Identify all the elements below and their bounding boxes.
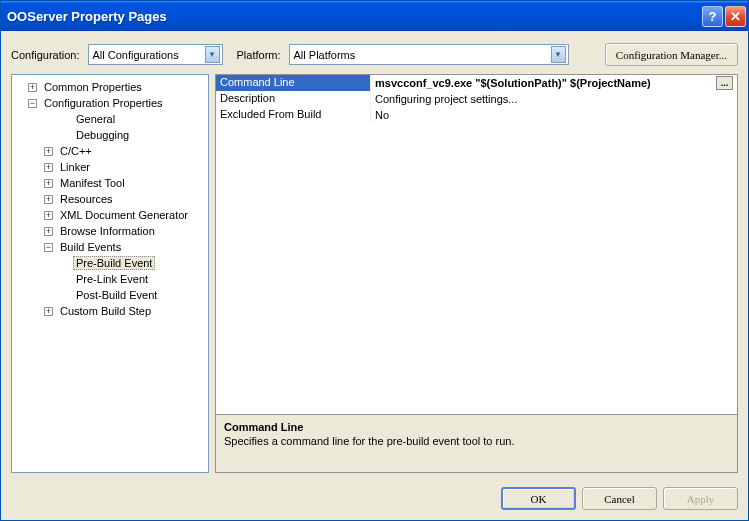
expand-icon[interactable]: + [44, 195, 53, 204]
chevron-down-icon: ▼ [205, 46, 220, 63]
property-value[interactable]: msvcconf_vc9.exe "$(SolutionPath)" $(Pro… [371, 75, 737, 91]
platform-combo[interactable]: All Platforms ▼ [289, 44, 569, 65]
property-row-excluded[interactable]: Excluded From Build No [216, 107, 737, 123]
expand-icon[interactable]: + [44, 163, 53, 172]
tree-item-xml-document-generator[interactable]: +XML Document Generator [14, 207, 206, 223]
expand-icon[interactable]: + [44, 147, 53, 156]
titlebar: OOServer Property Pages ? ✕ [1, 1, 748, 31]
property-row-description[interactable]: Description Configuring project settings… [216, 91, 737, 107]
tree-item-browse-information[interactable]: +Browse Information [14, 223, 206, 239]
tree-item-pre-build-event[interactable]: Pre-Build Event [14, 255, 206, 271]
tree-item-debugging[interactable]: Debugging [14, 127, 206, 143]
property-grid: Command Line msvcconf_vc9.exe "$(Solutio… [215, 74, 738, 415]
tree-item-configuration-properties[interactable]: −Configuration Properties [14, 95, 206, 111]
tree-item-pre-link-event[interactable]: Pre-Link Event [14, 271, 206, 287]
close-icon: ✕ [730, 9, 741, 24]
property-row-command-line[interactable]: Command Line msvcconf_vc9.exe "$(Solutio… [216, 75, 737, 91]
close-button[interactable]: ✕ [725, 6, 746, 27]
platform-value: All Platforms [294, 49, 551, 61]
tree-item-linker[interactable]: +Linker [14, 159, 206, 175]
main-area: +Common Properties −Configuration Proper… [1, 74, 748, 477]
apply-button: Apply [663, 487, 738, 510]
tree-item-manifest-tool[interactable]: +Manifest Tool [14, 175, 206, 191]
description-title: Command Line [224, 421, 729, 433]
ellipsis-button[interactable]: ... [716, 76, 733, 90]
property-name: Description [216, 91, 371, 107]
right-pane: Command Line msvcconf_vc9.exe "$(Solutio… [215, 74, 738, 473]
tree-item-general[interactable]: General [14, 111, 206, 127]
configuration-value: All Configurations [93, 49, 205, 61]
category-tree[interactable]: +Common Properties −Configuration Proper… [11, 74, 209, 473]
collapse-icon[interactable]: − [28, 99, 37, 108]
collapse-icon[interactable]: − [44, 243, 53, 252]
platform-label: Platform: [237, 49, 281, 61]
tree-item-custom-build-step[interactable]: +Custom Build Step [14, 303, 206, 319]
tree-item-build-events[interactable]: −Build Events [14, 239, 206, 255]
expand-icon[interactable]: + [44, 211, 53, 220]
config-toolbar: Configuration: All Configurations ▼ Plat… [1, 31, 748, 74]
expand-icon[interactable]: + [44, 307, 53, 316]
property-value[interactable]: No [371, 107, 737, 123]
dialog-buttons: OK Cancel Apply [1, 477, 748, 520]
description-text: Specifies a command line for the pre-bui… [224, 435, 729, 447]
property-name: Excluded From Build [216, 107, 371, 123]
tree-item-cpp[interactable]: +C/C++ [14, 143, 206, 159]
tree-item-common-properties[interactable]: +Common Properties [14, 79, 206, 95]
cancel-button[interactable]: Cancel [582, 487, 657, 510]
configuration-manager-button[interactable]: Configuration Manager... [605, 43, 738, 66]
property-value[interactable]: Configuring project settings... [371, 91, 737, 107]
ok-button[interactable]: OK [501, 487, 576, 510]
tree-item-resources[interactable]: +Resources [14, 191, 206, 207]
description-panel: Command Line Specifies a command line fo… [215, 415, 738, 473]
expand-icon[interactable]: + [28, 83, 37, 92]
property-pages-dialog: OOServer Property Pages ? ✕ Configuratio… [0, 0, 749, 521]
window-title: OOServer Property Pages [7, 9, 702, 24]
property-name: Command Line [216, 75, 371, 91]
help-button[interactable]: ? [702, 6, 723, 27]
expand-icon[interactable]: + [44, 179, 53, 188]
expand-icon[interactable]: + [44, 227, 53, 236]
configuration-label: Configuration: [11, 49, 80, 61]
chevron-down-icon: ▼ [551, 46, 566, 63]
tree-item-post-build-event[interactable]: Post-Build Event [14, 287, 206, 303]
help-icon: ? [709, 9, 717, 24]
configuration-combo[interactable]: All Configurations ▼ [88, 44, 223, 65]
